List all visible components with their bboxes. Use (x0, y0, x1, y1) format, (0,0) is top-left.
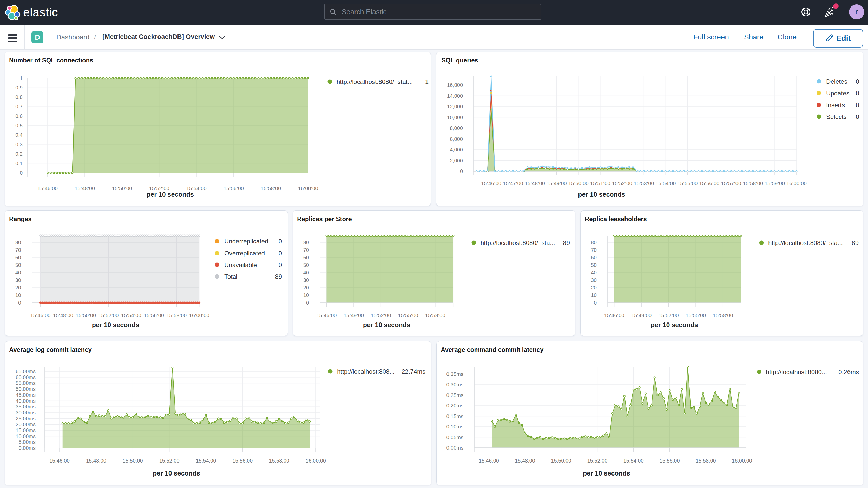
svg-text:35.00ms: 35.00ms (16, 404, 36, 409)
svg-text:15:52:00: 15:52:00 (98, 313, 119, 318)
svg-text:Unavailable: Unavailable (224, 262, 257, 268)
svg-text:15:56:00: 15:56:00 (659, 458, 680, 464)
svg-text:0: 0 (856, 78, 859, 85)
svg-text:0.4: 0.4 (16, 132, 23, 138)
svg-text:Replica leaseholders: Replica leaseholders (585, 215, 647, 222)
svg-text:15:55:00: 15:55:00 (398, 313, 418, 318)
svg-text:0.6: 0.6 (16, 113, 23, 119)
svg-text:0.26ms: 0.26ms (838, 368, 859, 375)
svg-text:15:58:00: 15:58:00 (696, 458, 716, 464)
svg-text:0.05ms: 0.05ms (446, 434, 463, 440)
svg-text:16:00:00: 16:00:00 (298, 186, 318, 191)
svg-text:25.00ms: 25.00ms (16, 416, 36, 422)
svg-text:20: 20 (591, 285, 597, 291)
svg-text:http://localhost:8080/_stat...: http://localhost:8080/_stat... (337, 78, 413, 85)
svg-text:0: 0 (279, 250, 282, 257)
svg-text:60: 60 (591, 255, 597, 261)
svg-text:40.00ms: 40.00ms (16, 398, 36, 404)
svg-text:40: 40 (303, 270, 309, 275)
svg-text:15:46:00: 15:46:00 (479, 458, 499, 464)
svg-text:15:46:00: 15:46:00 (604, 313, 624, 318)
svg-text:Replicas per Store: Replicas per Store (297, 215, 352, 222)
svg-text:16,000: 16,000 (447, 82, 463, 88)
svg-text:15:52:00: 15:52:00 (658, 313, 679, 318)
svg-text:45.00ms: 45.00ms (16, 392, 36, 398)
svg-text:15:51:00: 15:51:00 (590, 181, 611, 186)
svg-text:15:54:00: 15:54:00 (186, 186, 207, 191)
svg-text:30.00ms: 30.00ms (16, 410, 36, 416)
svg-text:15:46:00: 15:46:00 (50, 458, 70, 464)
svg-text:15:50:00: 15:50:00 (112, 186, 132, 191)
svg-text:15:55:00: 15:55:00 (677, 181, 698, 186)
svg-text:Deletes: Deletes (826, 78, 847, 85)
svg-text:15:58:00: 15:58:00 (425, 313, 445, 318)
svg-text:15:54:00: 15:54:00 (655, 181, 676, 186)
svg-text:14,000: 14,000 (447, 93, 463, 99)
svg-text:per 10 seconds: per 10 seconds (583, 469, 630, 477)
svg-text:http://localhost:8080...: http://localhost:8080... (766, 368, 827, 375)
svg-text:0.3: 0.3 (16, 142, 23, 147)
svg-text:55.00ms: 55.00ms (16, 380, 36, 386)
svg-text:4,000: 4,000 (450, 147, 463, 153)
svg-text:0: 0 (460, 169, 463, 174)
svg-text:Number of SQL connections: Number of SQL connections (9, 57, 93, 64)
svg-text:16:00:00: 16:00:00 (786, 181, 807, 186)
svg-text:15:56:00: 15:56:00 (144, 313, 164, 318)
svg-text:15:54:00: 15:54:00 (623, 458, 644, 464)
svg-text:0.30ms: 0.30ms (446, 382, 463, 388)
svg-text:10,000: 10,000 (447, 115, 463, 120)
svg-text:Average log commit latency: Average log commit latency (9, 346, 92, 353)
svg-text:0.7: 0.7 (16, 104, 23, 110)
svg-text:15:58:00: 15:58:00 (743, 181, 763, 186)
svg-text:15:50:00: 15:50:00 (75, 313, 96, 318)
svg-text:15:58:00: 15:58:00 (261, 186, 281, 191)
svg-text:50: 50 (16, 262, 21, 268)
svg-text:10: 10 (16, 292, 21, 298)
svg-text:80: 80 (16, 240, 21, 245)
svg-text:15:48:00: 15:48:00 (53, 313, 73, 318)
svg-text:15:49:00: 15:49:00 (631, 313, 652, 318)
svg-text:http://localhost:8080/_sta...: http://localhost:8080/_sta... (768, 239, 843, 246)
svg-text:15:58:00: 15:58:00 (166, 313, 187, 318)
svg-text:1: 1 (425, 78, 429, 85)
svg-text:0.25ms: 0.25ms (446, 392, 463, 398)
svg-text:16:00:00: 16:00:00 (732, 458, 752, 464)
svg-text:Average command commit latency: Average command commit latency (441, 346, 544, 353)
svg-text:15:49:00: 15:49:00 (547, 181, 567, 186)
svg-text:15:48:00: 15:48:00 (525, 181, 545, 186)
svg-text:Selects: Selects (826, 113, 847, 120)
svg-text:15:58:00: 15:58:00 (269, 458, 289, 464)
svg-text:10: 10 (303, 292, 309, 298)
svg-text:30: 30 (303, 277, 309, 283)
svg-text:40: 40 (591, 270, 597, 275)
svg-text:50: 50 (591, 262, 597, 268)
svg-text:89: 89 (563, 239, 570, 246)
svg-text:8,000: 8,000 (450, 125, 463, 131)
svg-text:15:50:00: 15:50:00 (568, 181, 589, 186)
svg-text:30: 30 (16, 277, 21, 283)
svg-text:Updates: Updates (826, 90, 849, 97)
svg-text:Overreplicated: Overreplicated (224, 250, 265, 257)
svg-text:15:48:00: 15:48:00 (86, 458, 106, 464)
svg-text:6,000: 6,000 (450, 136, 463, 142)
svg-text:22.74ms: 22.74ms (402, 368, 426, 375)
svg-text:15:46:00: 15:46:00 (30, 313, 51, 318)
svg-text:20.00ms: 20.00ms (16, 422, 36, 427)
svg-text:0: 0 (594, 300, 597, 306)
svg-text:0.10ms: 0.10ms (446, 424, 463, 430)
svg-text:0: 0 (279, 262, 282, 268)
svg-text:16:00:00: 16:00:00 (189, 313, 210, 318)
svg-text:http://localhost:8080/_sta...: http://localhost:8080/_sta... (480, 239, 555, 246)
svg-text:89: 89 (275, 273, 282, 280)
svg-text:15:56:00: 15:56:00 (699, 181, 719, 186)
svg-text:0: 0 (279, 238, 282, 245)
svg-text:10.00ms: 10.00ms (16, 433, 36, 439)
svg-text:0.20ms: 0.20ms (446, 403, 463, 408)
svg-text:0: 0 (18, 300, 21, 306)
svg-text:15:55:00: 15:55:00 (686, 313, 706, 318)
svg-text:15:48:00: 15:48:00 (515, 458, 535, 464)
svg-text:15:46:00: 15:46:00 (481, 181, 501, 186)
svg-text:per 10 seconds: per 10 seconds (153, 469, 200, 477)
svg-text:70: 70 (591, 247, 597, 253)
svg-text:0: 0 (20, 170, 23, 176)
